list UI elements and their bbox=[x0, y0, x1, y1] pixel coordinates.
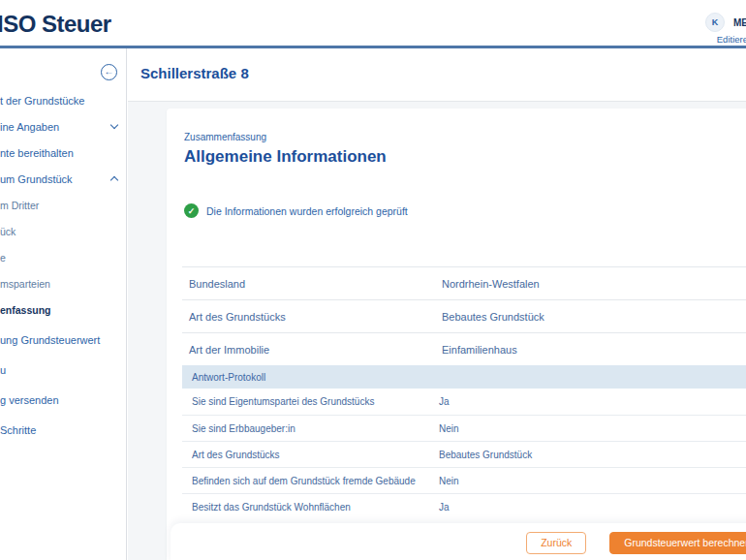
breadcrumb: Zusammenfassung bbox=[184, 132, 266, 142]
row-value: Nein bbox=[439, 476, 459, 486]
sidebar-item[interactable]: ung Grundsteuerwert bbox=[0, 327, 127, 353]
sidebar-item-label: ine Angaben bbox=[0, 121, 59, 133]
back-button[interactable]: Zurück bbox=[526, 532, 586, 554]
sidebar-item[interactable]: msparteien bbox=[0, 270, 127, 296]
success-check-icon: ✓ bbox=[184, 203, 199, 218]
row-label: Art des Grundstücks bbox=[182, 450, 439, 460]
user-name: ME bbox=[733, 17, 746, 28]
sidebar-item[interactable]: t der Grundstücke bbox=[0, 87, 127, 113]
protocol-row: Sie sind Eigentumspartei des Grundstücks… bbox=[182, 389, 746, 415]
row-label: Befinden sich auf dem Grundstück fremde … bbox=[182, 476, 439, 486]
sidebar-item-label: u bbox=[0, 364, 6, 376]
sidebar: ← t der Grundstücke ine Angaben nte bere… bbox=[0, 48, 127, 560]
sidebar-item-label: um Grundstück bbox=[0, 173, 73, 185]
sidebar-item-label: g versenden bbox=[0, 394, 59, 406]
avatar[interactable]: K bbox=[705, 13, 725, 32]
row-value: Einfamilienhaus bbox=[442, 344, 517, 356]
protocol-row: Befinden sich auf dem Grundstück fremde … bbox=[182, 467, 746, 493]
page-header: Schillerstraße 8 bbox=[128, 48, 746, 102]
sidebar-item[interactable]: enfassung bbox=[0, 296, 127, 323]
sidebar-item-label: nte bereithalten bbox=[0, 147, 74, 159]
sidebar-item[interactable]: ine Angaben bbox=[0, 113, 127, 140]
protocol-header[interactable]: Antwort-Protokoll ▲ bbox=[182, 365, 746, 389]
row-value: Ja bbox=[439, 396, 450, 407]
row-value: Ja bbox=[439, 502, 450, 513]
sidebar-item[interactable]: um Grundstück bbox=[0, 166, 127, 192]
row-label: Art der Immobilie bbox=[182, 344, 442, 356]
sidebar-item-label: msparteien bbox=[0, 278, 50, 290]
sidebar-collapse-icon[interactable]: ← bbox=[101, 64, 117, 80]
page-title: Schillerstraße 8 bbox=[140, 65, 249, 81]
protocol-row: Sie sind Erbbaugeber:in Nein bbox=[182, 415, 746, 441]
main-area: Schillerstraße 8 Zusammenfassung Allgeme… bbox=[128, 48, 746, 560]
app-logo: ISO Steuer bbox=[0, 11, 111, 38]
protocol-title: Antwort-Protokoll bbox=[192, 372, 265, 383]
sidebar-item-label: Schritte bbox=[0, 424, 36, 436]
chevron-up-icon bbox=[110, 176, 118, 184]
row-value: Nordrhein-Westfalen bbox=[442, 278, 540, 290]
summary-card: Zusammenfassung Allgemeine Informationen… bbox=[167, 109, 746, 560]
row-label: Besitzt das Grundstück Wohnflächen bbox=[182, 502, 439, 513]
success-message: Die Informationen wurden erfolgreich gep… bbox=[206, 205, 408, 217]
sidebar-item[interactable]: e bbox=[0, 244, 127, 270]
sidebar-item-label: enfassung bbox=[0, 304, 51, 316]
sidebar-item[interactable]: Schritte bbox=[0, 417, 127, 443]
info-table: Bundesland Nordrhein-Westfalen Art des G… bbox=[182, 266, 746, 519]
table-row: Art des Grundstücks Bebautes Grundstück bbox=[182, 299, 746, 332]
sidebar-item-label: e bbox=[0, 252, 6, 264]
success-banner: ✓ Die Informationen wurden erfolgreich g… bbox=[184, 203, 408, 218]
row-label: Sie sind Eigentumspartei des Grundstücks bbox=[182, 396, 439, 407]
row-label: Bundesland bbox=[182, 278, 442, 290]
row-value: Bebautes Grundstück bbox=[439, 450, 532, 460]
sidebar-item[interactable]: ück bbox=[0, 218, 127, 244]
sidebar-item-label: t der Grundstücke bbox=[0, 95, 84, 107]
protocol-row: Art des Grundstücks Bebautes Grundstück bbox=[182, 441, 746, 467]
action-footer: Zurück Grundsteuerwert berechnen bbox=[171, 523, 746, 560]
row-label: Art des Grundstücks bbox=[182, 311, 442, 323]
top-header: ISO Steuer K ME Editiere bbox=[0, 0, 746, 48]
calculate-button[interactable]: Grundsteuerwert berechnen bbox=[609, 532, 746, 554]
row-value: Bebautes Grundstück bbox=[442, 311, 544, 323]
chevron-down-icon bbox=[110, 121, 118, 129]
protocol-row: Besitzt das Grundstück Wohnflächen Ja bbox=[182, 493, 746, 519]
sidebar-item[interactable]: g versenden bbox=[0, 387, 127, 413]
sidebar-item-label: ück bbox=[0, 226, 16, 237]
sidebar-item-label: ung Grundsteuerwert bbox=[0, 334, 100, 346]
user-subtitle: Editiere bbox=[705, 34, 746, 45]
protocol-rows: Sie sind Eigentumspartei des Grundstücks… bbox=[182, 389, 746, 519]
row-value: Nein bbox=[439, 423, 459, 434]
sidebar-item[interactable]: nte bereithalten bbox=[0, 140, 127, 166]
sidebar-nav: t der Grundstücke ine Angaben nte bereit… bbox=[0, 87, 127, 443]
row-label: Sie sind Erbbaugeber:in bbox=[182, 423, 439, 434]
table-row: Art der Immobilie Einfamilienhaus bbox=[182, 332, 746, 365]
sidebar-item-label: m Dritter bbox=[0, 200, 39, 211]
app-window: ISO Steuer K ME Editiere ← t der Grundst… bbox=[0, 0, 746, 560]
sidebar-item[interactable]: m Dritter bbox=[0, 192, 127, 218]
table-row: Bundesland Nordrhein-Westfalen bbox=[182, 266, 746, 299]
sidebar-item[interactable]: u bbox=[0, 357, 127, 383]
user-block[interactable]: K ME Editiere bbox=[705, 13, 746, 45]
section-heading: Allgemeine Informationen bbox=[184, 147, 387, 167]
info-rows: Bundesland Nordrhein-Westfalen Art des G… bbox=[182, 266, 746, 365]
